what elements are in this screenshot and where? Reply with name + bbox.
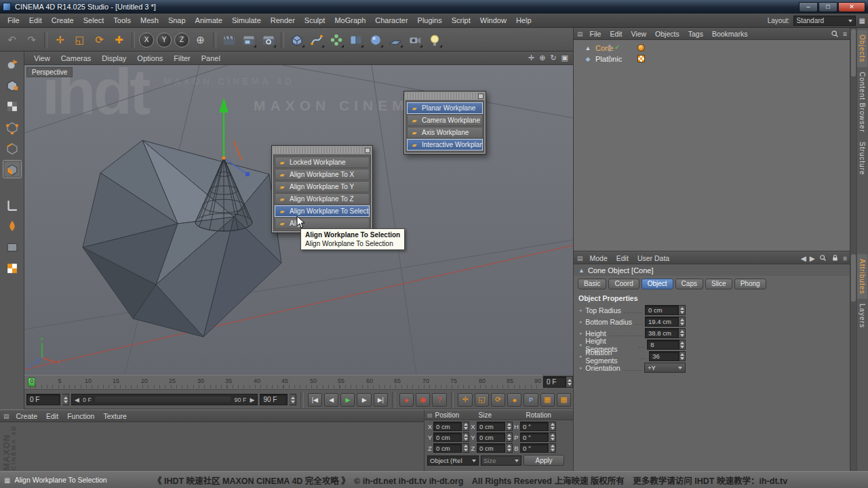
lock-y-axis-icon[interactable]: Y [157, 33, 172, 47]
key-point-level-icon[interactable]: ● [507, 393, 521, 407]
layout-select[interactable]: Standard [793, 16, 856, 26]
previous-frame-icon[interactable]: ◀ [324, 393, 338, 407]
frame-range-scrubber[interactable]: ◀ 0 F 90 F ▶ [71, 394, 258, 405]
tab-phong[interactable]: Phong [734, 279, 766, 289]
top-radius-stepper[interactable] [679, 305, 686, 315]
timeline-options-icon[interactable]: ▦ [557, 393, 571, 407]
workplane-paint-icon[interactable] [3, 217, 22, 235]
locked-workplane-item[interactable]: ▰ Locked Workplane [275, 157, 370, 168]
search-icon[interactable] [830, 29, 840, 39]
palette-close-icon[interactable] [478, 94, 484, 99]
x-axis-handle[interactable] [234, 141, 241, 160]
planar-workplane-item[interactable]: ▰ Planar Workplane [407, 102, 483, 114]
rotation-b-stepper[interactable] [549, 443, 556, 453]
palette-titlebar[interactable] [273, 147, 371, 153]
menu-window[interactable]: Window [475, 15, 511, 26]
visibility-dots[interactable] [608, 45, 611, 52]
render-picture-viewer-icon[interactable] [239, 30, 258, 49]
orientation-select[interactable]: +Y [644, 363, 686, 373]
attr-menu-userdata[interactable]: User Data [633, 253, 673, 263]
align-workplane-x-item[interactable]: ▰ Align Workplane To X [275, 169, 370, 180]
top-radius-field[interactable]: 0 cm [645, 305, 679, 315]
apply-button[interactable]: Apply [524, 455, 564, 466]
move-tool-icon[interactable]: ✛ [51, 30, 69, 49]
end-frame-field[interactable]: 90 F [260, 394, 288, 405]
position-z-field[interactable]: 0 cm [433, 443, 462, 453]
bottom-radius-field[interactable]: 19.4 cm [645, 317, 679, 327]
material-menu-texture[interactable]: Texture [99, 411, 130, 421]
key-parameter-icon[interactable]: P [524, 393, 538, 407]
menu-snap[interactable]: Snap [163, 15, 191, 26]
lock-icon[interactable] [831, 253, 840, 262]
om-menu-edit[interactable]: Edit [606, 29, 626, 39]
key-rotation-icon[interactable]: ⟳ [491, 393, 505, 407]
tab-coord[interactable]: Coord [608, 279, 639, 289]
record-keyframe-icon[interactable]: ● [399, 393, 414, 407]
end-frame-stepper[interactable] [290, 394, 296, 405]
align-workplane-y-item[interactable]: ▰ Align Workplane To Y [275, 181, 370, 192]
add-camera-icon[interactable] [406, 30, 424, 49]
align-workplane-z-item[interactable]: ▰ Align Workplane To Z [275, 193, 370, 205]
height-segments-stepper[interactable] [679, 340, 686, 350]
scrollbar-thumb[interactable] [851, 254, 856, 302]
viewport-solo-icon[interactable] [3, 238, 22, 256]
lock-x-axis-icon[interactable]: X [139, 33, 154, 47]
viewport-view-label[interactable]: Perspective [26, 67, 73, 77]
object-row-platonic[interactable]: ◆ Platonic [574, 54, 850, 64]
redo-icon[interactable]: ↷ [22, 30, 41, 49]
size-mode-select[interactable]: Size [481, 455, 521, 466]
keyframe-dot-icon[interactable]: ● [579, 308, 582, 312]
menu-help[interactable]: Help [511, 15, 536, 26]
polygon-mode-icon[interactable] [3, 160, 22, 178]
scale-tool-icon[interactable]: ◱ [71, 30, 89, 49]
keyframe-dot-icon[interactable]: ● [579, 319, 582, 324]
rotation-segments-stepper[interactable] [679, 351, 686, 361]
coordinate-mode-select[interactable]: Object (Rel [427, 455, 479, 466]
menu-file[interactable]: File [3, 15, 24, 26]
add-spline-icon[interactable] [307, 30, 326, 49]
checker-tag-icon[interactable] [637, 55, 645, 62]
layout-grid-icon[interactable]: ▦ [859, 17, 865, 24]
panel-grip-icon[interactable]: ▤ [577, 30, 583, 37]
tab-caps[interactable]: Caps [675, 279, 703, 289]
enabled-check-icon[interactable]: ✓ [614, 43, 620, 51]
undo-icon[interactable]: ↶ [3, 30, 21, 49]
menu-animate[interactable]: Animate [191, 15, 227, 26]
menu-sculpt[interactable]: Sculpt [300, 15, 330, 26]
side-tab-structure[interactable]: Structure [857, 137, 867, 180]
panel-grip-icon[interactable]: ▤ [577, 255, 583, 262]
scrub-right-icon[interactable]: ▶ [250, 396, 255, 403]
goto-start-icon[interactable]: |◀ [308, 393, 322, 407]
size-z-field[interactable]: 0 cm [477, 443, 505, 453]
position-x-stepper[interactable] [462, 422, 469, 431]
axis-mode-icon[interactable] [3, 196, 22, 214]
add-modeling-object-icon[interactable] [347, 30, 365, 49]
menu-script[interactable]: Script [447, 15, 475, 26]
next-frame-icon[interactable]: ▶ [357, 393, 371, 407]
current-frame-stepper[interactable] [62, 394, 69, 405]
play-icon[interactable]: ▶ [340, 393, 355, 407]
scrub-left-icon[interactable]: ◀ [75, 396, 79, 403]
om-list-icon[interactable]: ≡ [843, 30, 847, 38]
viewport-zoom-icon[interactable]: ⊕ [539, 54, 545, 62]
panel-grip-icon[interactable]: ▤ [427, 412, 433, 418]
lock-z-axis-icon[interactable]: Z [174, 33, 189, 47]
history-forward-icon[interactable]: ▶ [810, 254, 815, 262]
viewport-menu-display[interactable]: Display [97, 54, 131, 63]
record-options-icon[interactable]: ? [432, 393, 446, 407]
position-x-field[interactable]: 0 cm [433, 422, 462, 431]
interactive-workplane-item[interactable]: ▰ Interactive Workplane [407, 139, 483, 150]
render-view-icon[interactable] [220, 30, 238, 49]
render-settings-icon[interactable] [259, 30, 277, 49]
size-z-stepper[interactable] [506, 443, 513, 453]
om-menu-objects[interactable]: Objects [651, 29, 684, 39]
position-y-stepper[interactable] [462, 432, 469, 442]
model-mode-icon[interactable] [3, 76, 22, 94]
menu-simulate[interactable]: Simulate [227, 15, 266, 26]
coordinate-system-icon[interactable]: ⊕ [191, 30, 210, 49]
close-button[interactable]: ✕ [838, 2, 865, 12]
viewport-pan-icon[interactable]: ✛ [528, 54, 534, 62]
side-tab-layers[interactable]: Layers [857, 299, 867, 333]
current-frame-field[interactable]: 0 F [26, 394, 60, 405]
ruler-frame-field[interactable]: 0 F [543, 376, 566, 388]
